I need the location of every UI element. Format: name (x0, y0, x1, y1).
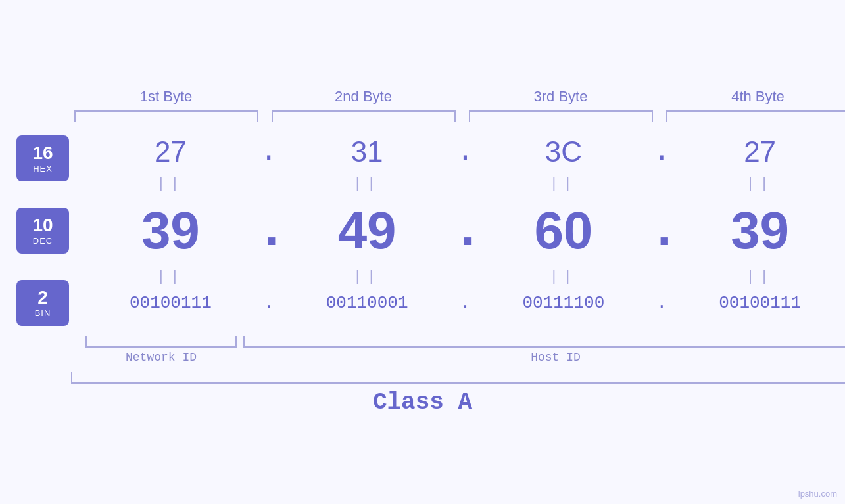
eq2-2: || (282, 269, 452, 285)
dec-val-1: 39 (141, 201, 200, 260)
dec-byte1: 39 (85, 200, 256, 261)
byte3-header: 3rd Byte (462, 88, 660, 105)
dec-badge: 10 DEC (16, 208, 69, 254)
bin-val-4: 00100111 (719, 293, 801, 313)
top-bracket-1 (74, 110, 258, 122)
byte-headers: 1st Byte 2nd Byte 3rd Byte 4th Byte (68, 88, 846, 105)
hex-val-3: 3C (545, 135, 582, 168)
bin-byte2: 00110001 (282, 293, 452, 313)
hex-byte4: 27 (675, 135, 845, 168)
hex-badge: 16 HEX (16, 135, 69, 181)
eq1-3: || (479, 176, 649, 193)
hex-byte3: 3C (479, 135, 649, 168)
bin-val-2: 00110001 (326, 293, 408, 313)
bin-badge: 2 BIN (16, 280, 69, 326)
dec-dot2: . (452, 201, 479, 261)
content-area: 16 HEX 10 DEC 2 BIN 27 . 31 (0, 129, 845, 332)
bin-byte1: 00100111 (85, 293, 256, 313)
eq2-3: || (479, 269, 649, 285)
bottom-brackets (85, 336, 845, 348)
host-bracket (243, 336, 845, 348)
byte2-header: 2nd Byte (265, 88, 462, 105)
equals-row-2: || || || || (85, 267, 845, 286)
dec-dot3: . (648, 201, 675, 261)
hex-val-2: 31 (351, 135, 383, 168)
class-bracket-row (71, 372, 846, 384)
dec-val-4: 39 (731, 201, 789, 260)
top-bracket-row (68, 110, 846, 122)
bin-row: 00100111 . 00110001 . 00111100 . 0010011… (85, 286, 845, 319)
main-container: 1st Byte 2nd Byte 3rd Byte 4th Byte 16 H… (0, 0, 845, 504)
dec-byte3: 60 (479, 200, 649, 261)
host-id-label: Host ID (237, 351, 845, 364)
hex-val-4: 27 (744, 135, 776, 168)
dec-byte4: 39 (675, 200, 845, 261)
eq1-4: || (675, 176, 845, 193)
hex-num: 16 (32, 143, 53, 164)
id-labels: Network ID Host ID (85, 351, 845, 364)
class-label-row: Class A (0, 389, 845, 416)
top-bracket-2 (272, 110, 456, 122)
hex-val-1: 27 (155, 135, 187, 168)
hex-label: HEX (33, 164, 53, 173)
bin-label: BIN (35, 308, 51, 318)
network-bracket (85, 336, 237, 348)
dec-val-2: 49 (338, 201, 397, 260)
eq1-2: || (282, 176, 452, 193)
hex-dot1: . (256, 135, 282, 168)
bin-byte4: 00100111 (675, 293, 845, 313)
dec-dot1: . (256, 201, 282, 261)
dec-label: DEC (33, 236, 53, 246)
eq1-1: || (85, 176, 256, 193)
top-bracket-3 (469, 110, 653, 122)
hex-dot2: . (452, 135, 479, 168)
bin-val-1: 00100111 (130, 293, 212, 313)
hex-byte1: 27 (85, 135, 256, 168)
dec-byte2: 49 (282, 200, 452, 261)
equals-row-1: || || || || (85, 175, 845, 194)
bin-val-3: 00111100 (522, 293, 604, 313)
eq2-4: || (675, 269, 845, 285)
bin-dot2: . (452, 293, 479, 313)
rows-area: 27 . 31 . 3C . 27 || || (85, 129, 845, 332)
eq2-1: || (85, 269, 256, 285)
bottom-bracket-area: Network ID Host ID (0, 336, 845, 364)
bin-dot3: . (648, 293, 675, 313)
byte4-header: 4th Byte (660, 88, 846, 105)
watermark: ipshu.com (798, 489, 837, 499)
hex-dot3: . (648, 135, 675, 168)
network-id-label: Network ID (85, 351, 237, 364)
labels-column: 16 HEX 10 DEC 2 BIN (0, 129, 85, 332)
hex-byte2: 31 (282, 135, 452, 168)
class-label: Class A (373, 389, 472, 416)
bin-byte3: 00111100 (479, 293, 649, 313)
bin-dot1: . (256, 293, 282, 313)
top-bracket-4 (666, 110, 846, 122)
class-bracket (71, 372, 846, 384)
hex-row: 27 . 31 . 3C . 27 (85, 129, 845, 175)
byte1-header: 1st Byte (68, 88, 265, 105)
dec-val-3: 60 (534, 201, 592, 260)
bin-num: 2 (37, 288, 48, 308)
dec-row: 39 . 49 . 60 . 39 (85, 194, 845, 267)
dec-num: 10 (32, 216, 53, 236)
